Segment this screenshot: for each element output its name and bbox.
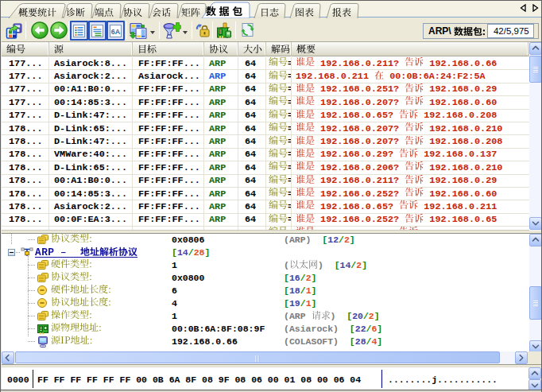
svg-text:6A: 6A bbox=[111, 28, 121, 36]
